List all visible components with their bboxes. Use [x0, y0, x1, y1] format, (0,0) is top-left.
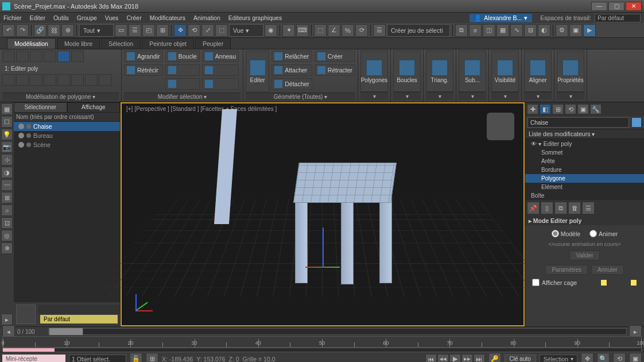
creer-geom-button[interactable]: Créer [315, 51, 355, 62]
viewport-label[interactable]: [+] [Perspective ] [Standard ] [Facettes… [126, 106, 277, 112]
panel-arrow-7[interactable]: ▾ [557, 92, 584, 100]
lt-shape-button[interactable]: ◑ [1, 167, 13, 178]
menu-outils[interactable]: Outils [53, 14, 69, 21]
mirror-button[interactable]: ⧉ [455, 24, 468, 37]
lt-frozen-button[interactable]: ❄ [1, 242, 13, 254]
mod-element[interactable]: Elément [525, 183, 644, 191]
poly-tool-2[interactable] [16, 74, 29, 86]
angle-snap-button[interactable]: ∠ [328, 24, 340, 37]
render-button[interactable]: ▶ [583, 24, 596, 37]
align-button[interactable]: ≡ [469, 24, 482, 37]
move-button[interactable]: ✥ [174, 24, 187, 37]
aligner-button[interactable]: Aligner [524, 51, 552, 92]
detacher-button[interactable]: Détacher [271, 78, 312, 90]
lt-helper-button[interactable]: ⊹ [1, 154, 13, 165]
scene-item-bureau[interactable]: Bureau [14, 131, 120, 140]
redo-button[interactable]: ↷ [16, 24, 29, 37]
tab-peinture-objet[interactable]: Peinture objet [142, 38, 194, 49]
workspace-input[interactable] [595, 14, 641, 22]
time-slider-track[interactable] [48, 328, 627, 335]
modifier-stack[interactable]: 👁 ▾ Editer poly Sommet Arête Bordure Pol… [525, 139, 644, 200]
render-frame-button[interactable]: ▣ [569, 24, 582, 37]
sel-tool-a[interactable] [165, 64, 200, 76]
snap-button[interactable]: ⬚ [314, 24, 327, 37]
poly-tool-6[interactable] [71, 74, 84, 86]
percent-snap-button[interactable]: % [342, 24, 354, 37]
unlink-button[interactable]: ⛓ [48, 24, 60, 37]
time-slider-thumb[interactable] [49, 328, 83, 336]
z-field[interactable]: Z: 0 [229, 356, 239, 363]
agrandir-button[interactable]: Agrandir [124, 51, 163, 62]
mod-bordure[interactable]: Bordure [525, 165, 644, 174]
panel-arrow-3[interactable]: ▾ [426, 92, 453, 100]
stack-show-button[interactable]: ▯ [541, 202, 553, 214]
scene-item-chaise[interactable]: Chaise [14, 122, 120, 131]
sub-button[interactable]: Sub... [459, 51, 486, 92]
cage-color-1[interactable] [600, 279, 607, 286]
cage-color-2[interactable] [630, 279, 637, 286]
menu-modificateurs[interactable]: Modificateurs [150, 14, 185, 21]
panel-arrow-2[interactable]: ▾ [393, 92, 421, 100]
cp-modify-tab[interactable]: ◧ [540, 104, 551, 114]
material-editor-button[interactable]: ◐ [538, 24, 550, 37]
stack-config-button[interactable]: ☰ [582, 202, 595, 214]
lt-light-button[interactable]: 💡 [1, 129, 13, 140]
lock-button[interactable]: 🔓 [130, 353, 142, 363]
attacher-button[interactable]: Attacher [271, 64, 312, 76]
sel-tool-d[interactable] [202, 78, 239, 90]
key-mode-button[interactable]: 🔑 [488, 353, 501, 363]
pivot-button[interactable]: ◉ [265, 24, 277, 37]
select-region-button[interactable]: ◰ [142, 24, 155, 37]
visibility-icon[interactable] [18, 142, 24, 148]
visibility-icon[interactable] [18, 124, 24, 129]
schematic-button[interactable]: ⊟ [524, 24, 537, 37]
panel-label-modify-sel[interactable]: Modifier sélection ▾ [124, 93, 240, 101]
menu-editeurs-graphiques[interactable]: Editeurs graphiques [228, 14, 282, 21]
cp-display-tab[interactable]: ▣ [577, 104, 589, 114]
subobj-border-button[interactable] [44, 51, 56, 62]
lt-hidden-button[interactable]: ◎ [1, 230, 13, 241]
named-sel-dropdown[interactable]: Créer jeu de sélecti [387, 24, 450, 37]
scene-tree[interactable]: Nom (triés par ordre croissant) Chaise B… [14, 113, 120, 302]
tab-mode-libre[interactable]: Mode libre [57, 38, 100, 49]
subobj-edge-button[interactable] [30, 51, 42, 62]
polygones-button[interactable]: Polygones [360, 51, 388, 92]
cp-utilities-tab[interactable]: 🔧 [590, 104, 602, 114]
layer-dropdown[interactable]: Par défaut [40, 315, 118, 324]
lt-display-button[interactable]: ▦ [1, 103, 13, 115]
lt-camera-button[interactable]: 📷 [1, 141, 13, 153]
mod-polygone[interactable]: Polygone [525, 174, 644, 183]
radio-anim[interactable]: Animer [589, 230, 618, 237]
scene-tree-header[interactable]: Nom (triés par ordre croissant) [14, 113, 120, 122]
annuler-button[interactable]: Annuler [591, 265, 623, 275]
selection-dropdown[interactable]: Sélection ▾ [540, 355, 577, 363]
stack-remove-button[interactable]: 🗑 [568, 202, 581, 214]
next-frame-button[interactable]: ▸▸ [461, 354, 473, 363]
menu-groupe[interactable]: Groupe [77, 14, 97, 21]
lt-select-button[interactable]: ☐ [1, 116, 13, 128]
window-crossing-button[interactable]: ⊞ [156, 24, 169, 37]
lt-warp-button[interactable]: 〰 [1, 179, 13, 191]
select-button[interactable]: ▭ [115, 24, 127, 37]
sel-tool-b[interactable] [165, 78, 200, 90]
object-color-swatch[interactable] [631, 117, 642, 128]
undo-button[interactable]: ↶ [2, 24, 15, 37]
cp-hierarchy-tab[interactable]: ⊞ [552, 104, 564, 114]
manip-button[interactable]: ✦ [282, 24, 295, 37]
poly-tool-5[interactable] [57, 74, 70, 86]
goto-start-button[interactable]: ⏮ [425, 354, 437, 363]
scene-item-scene[interactable]: Scène [14, 140, 120, 149]
panel-arrow-6[interactable]: ▾ [524, 92, 552, 100]
mini-listener[interactable]: Mini-récepte [2, 355, 65, 362]
y-field[interactable]: Y: 153,076 [196, 356, 225, 363]
prev-frame-button[interactable]: ◂◂ [437, 354, 449, 363]
poly-tool-7[interactable] [85, 74, 98, 86]
lt-expand-button[interactable]: ▸ [1, 314, 13, 325]
poly-tool-3[interactable] [30, 74, 42, 86]
tab-modelisation[interactable]: Modélisation [7, 38, 56, 49]
mod-editer-poly[interactable]: 👁 ▾ Editer poly [525, 139, 644, 148]
layers-button[interactable]: ◫ [483, 24, 495, 37]
refcoord-dropdown[interactable]: Vue▾ [229, 24, 263, 37]
subobj-vertex-button[interactable] [16, 51, 29, 62]
scene-hscroll[interactable] [38, 305, 120, 314]
